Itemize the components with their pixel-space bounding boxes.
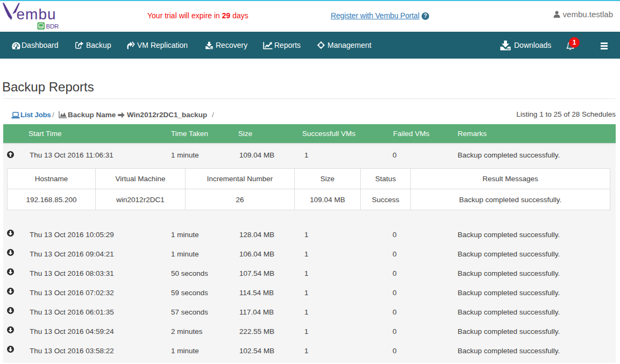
svg-text:embu: embu [17,6,56,23]
svg-text:BDR: BDR [46,23,59,30]
